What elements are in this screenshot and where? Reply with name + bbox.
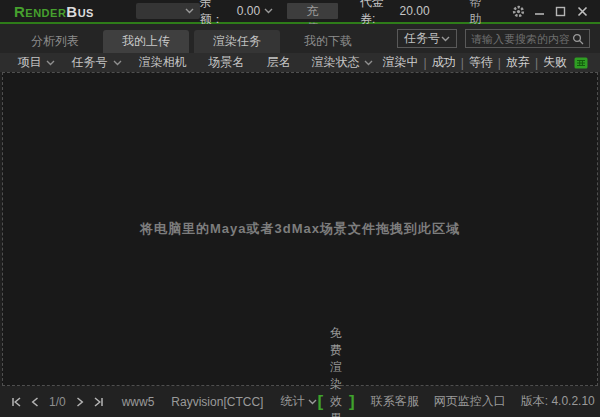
separator: | (535, 56, 538, 70)
statusbar-right: [ 免费渲染效果图入口 ] 联系客服 网页监控入口 版本: 4.0.2.10 (317, 325, 600, 417)
separator: | (424, 56, 427, 70)
column-label: 渲染相机 (139, 54, 187, 71)
renderbus-logo: RenderBus (14, 4, 94, 19)
renderbus-window: RenderBus 余额： 0.00 充值 代金券: 20.00 帮助 (0, 0, 600, 417)
chevron-down-icon (113, 60, 122, 66)
task-table-header: 项目 任务号 渲染相机 场景名 层名 渲染状态 渲染中 | (0, 53, 600, 72)
first-page-button[interactable] (10, 396, 22, 408)
tab-render-tasks[interactable]: 渲染任务 (194, 30, 280, 53)
titlebar: RenderBus 余额： 0.00 充值 代金券: 20.00 帮助 (0, 0, 600, 22)
balance-value: 0.00 (237, 4, 260, 18)
bracket-left: [ (317, 393, 323, 410)
free-render-entry-label: 免费渲染效果图入口 (330, 325, 342, 417)
status-filter-abandoned[interactable]: 放弃 (506, 54, 530, 71)
chevron-down-icon (46, 60, 55, 66)
voucher-value: 20.00 (400, 4, 430, 18)
chevron-down-icon (185, 8, 194, 14)
status-filter-rendering[interactable]: 渲染中 (383, 54, 419, 71)
chevron-down-icon (264, 8, 273, 14)
chevron-down-icon (308, 399, 317, 405)
status-filter-waiting[interactable]: 等待 (469, 54, 493, 71)
search-box (465, 29, 590, 48)
contact-support-link[interactable]: 联系客服 (371, 393, 419, 410)
drop-hint-text: 将电脑里的Maya或者3dMax场景文件拖拽到此区域 (140, 220, 460, 238)
column-header-layer-name: 层名 (255, 54, 302, 71)
chevron-down-icon (441, 36, 450, 42)
web-monitor-link[interactable]: 网页监控入口 (434, 393, 506, 410)
tab-my-uploads[interactable]: 我的上传 (103, 30, 189, 53)
tab-analysis-list[interactable]: 分析列表 (12, 30, 98, 53)
account-selector[interactable] (136, 3, 200, 19)
line-name-label: Rayvision[CTCC] (171, 395, 263, 409)
tab-my-downloads[interactable]: 我的下载 (285, 30, 371, 53)
column-header-render-camera: 渲染相机 (128, 54, 197, 71)
status-bar: 1/0 www5 Rayvision[CTCC] 统计 [ 免费渲染效果图入口 … (0, 386, 600, 417)
free-render-entry-link[interactable]: [ 免费渲染效果图入口 ] (317, 325, 354, 417)
column-header-scene-name: 场景名 (197, 54, 256, 71)
column-label: 场景名 (208, 54, 244, 71)
separator: | (461, 56, 464, 70)
recharge-button[interactable]: 充值 (287, 3, 338, 19)
minimize-button[interactable] (532, 3, 547, 19)
page-indicator: 1/0 (49, 395, 66, 409)
column-label: 渲染状态 (311, 54, 359, 71)
last-page-button[interactable] (93, 396, 105, 408)
column-label: 项目 (17, 54, 41, 71)
logo-text-bus: Bus (66, 3, 94, 20)
status-filter-success[interactable]: 成功 (432, 54, 456, 71)
logo-text-render: Render (14, 3, 66, 20)
statistics-label: 统计 (280, 393, 304, 410)
version-label: 版本: 4.0.2.10 (521, 393, 595, 410)
search-input[interactable] (471, 33, 572, 45)
column-label: 任务号 (72, 54, 108, 71)
status-filter-group: 渲染中 | 成功 | 等待 | 放弃 | 失败 (383, 54, 568, 71)
export-excel-icon[interactable] (574, 57, 588, 69)
search-controls: 任务号 (397, 29, 590, 48)
previous-page-button[interactable] (29, 396, 41, 408)
separator: | (498, 56, 501, 70)
maximize-button[interactable] (553, 3, 568, 19)
search-icon[interactable] (572, 33, 584, 45)
column-header-project[interactable]: 项目 (8, 54, 65, 71)
column-header-task-id[interactable]: 任务号 (65, 54, 129, 71)
tab-bar: 分析列表 我的上传 渲染任务 我的下载 任务号 (0, 24, 600, 53)
statistics-dropdown[interactable]: 统计 (280, 393, 317, 410)
column-header-render-status[interactable]: 渲染状态 (302, 54, 382, 71)
search-field-value: 任务号 (404, 30, 440, 47)
close-button[interactable] (575, 3, 590, 19)
server-node-label: www5 (122, 395, 155, 409)
next-page-button[interactable] (74, 396, 86, 408)
settings-gear-icon[interactable] (511, 3, 526, 19)
chevron-down-icon (364, 60, 373, 66)
status-filter-failed[interactable]: 失败 (543, 54, 567, 71)
search-field-selector[interactable]: 任务号 (397, 29, 457, 48)
column-label: 层名 (267, 54, 291, 71)
bracket-right: ] (349, 393, 355, 410)
pagination: 1/0 (10, 395, 105, 409)
